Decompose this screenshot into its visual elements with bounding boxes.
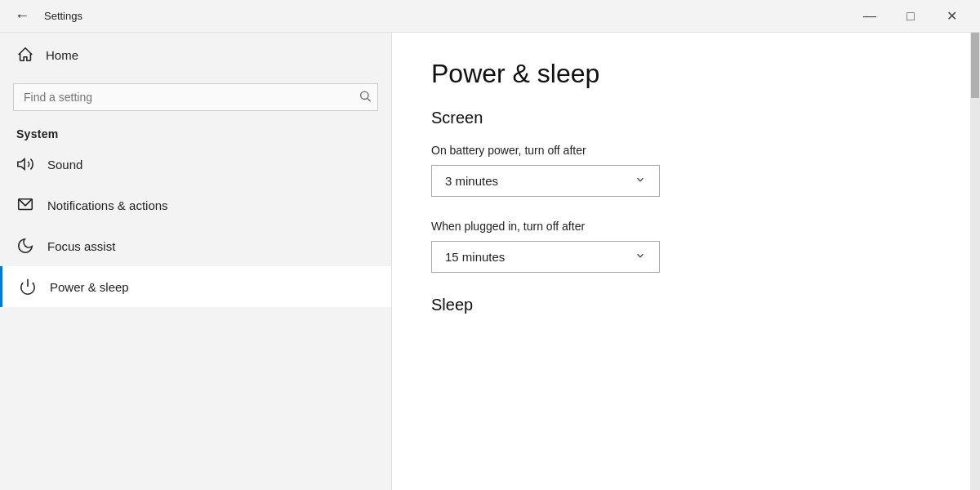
battery-screen-dropdown[interactable]: 3 minutes <box>431 165 660 197</box>
home-icon <box>16 46 34 64</box>
screen-section-title: Screen <box>431 109 964 127</box>
title-bar: ← Settings — □ ✕ <box>0 0 980 33</box>
sidebar-item-focus[interactable]: Focus assist <box>0 225 391 266</box>
power-label: Power & sleep <box>50 280 129 294</box>
minimize-button[interactable]: — <box>851 4 889 29</box>
back-button[interactable]: ← <box>10 4 34 28</box>
sidebar-item-power[interactable]: Power & sleep <box>0 266 391 307</box>
close-button[interactable]: ✕ <box>933 4 970 29</box>
svg-line-1 <box>368 99 371 102</box>
window-controls: — □ ✕ <box>851 4 970 29</box>
search-button[interactable] <box>359 90 372 105</box>
content-area: Power & sleep Screen On battery power, t… <box>392 33 980 490</box>
notifications-icon <box>16 196 34 214</box>
battery-screen-group: On battery power, turn off after 3 minut… <box>431 144 964 197</box>
search-input[interactable] <box>13 83 378 111</box>
sound-label: Sound <box>47 158 82 172</box>
sidebar-item-home[interactable]: Home <box>0 33 391 77</box>
power-icon <box>19 278 37 296</box>
svg-point-0 <box>361 91 368 99</box>
search-container <box>13 83 378 111</box>
sleep-section-title: Sleep <box>431 296 964 314</box>
sidebar-item-sound[interactable]: Sound <box>0 144 391 185</box>
notifications-label: Notifications & actions <box>47 198 168 212</box>
plugged-screen-chevron-icon <box>635 250 646 264</box>
scrollbar-thumb[interactable] <box>971 33 979 98</box>
battery-screen-value: 3 minutes <box>445 174 498 188</box>
focus-label: Focus assist <box>47 239 115 253</box>
home-label: Home <box>46 48 78 62</box>
battery-screen-chevron-icon <box>635 174 646 188</box>
plugged-screen-label: When plugged in, turn off after <box>431 220 964 233</box>
focus-icon <box>16 237 34 255</box>
title-bar-left: ← Settings <box>10 4 82 28</box>
sidebar-item-notifications[interactable]: Notifications & actions <box>0 185 391 225</box>
plugged-screen-group: When plugged in, turn off after 15 minut… <box>431 220 964 273</box>
plugged-screen-value: 15 minutes <box>445 250 505 264</box>
sidebar-section-label: System <box>0 121 391 144</box>
battery-screen-label: On battery power, turn off after <box>431 144 964 157</box>
sound-icon <box>16 155 34 173</box>
main-content: Home System Sound <box>0 33 980 490</box>
plugged-screen-dropdown[interactable]: 15 minutes <box>431 241 660 273</box>
svg-marker-2 <box>18 159 24 170</box>
sidebar: Home System Sound <box>0 33 392 490</box>
page-title: Power & sleep <box>431 59 964 89</box>
maximize-button[interactable]: □ <box>892 4 929 29</box>
window-title: Settings <box>44 10 82 22</box>
scrollbar-track[interactable] <box>970 33 980 490</box>
